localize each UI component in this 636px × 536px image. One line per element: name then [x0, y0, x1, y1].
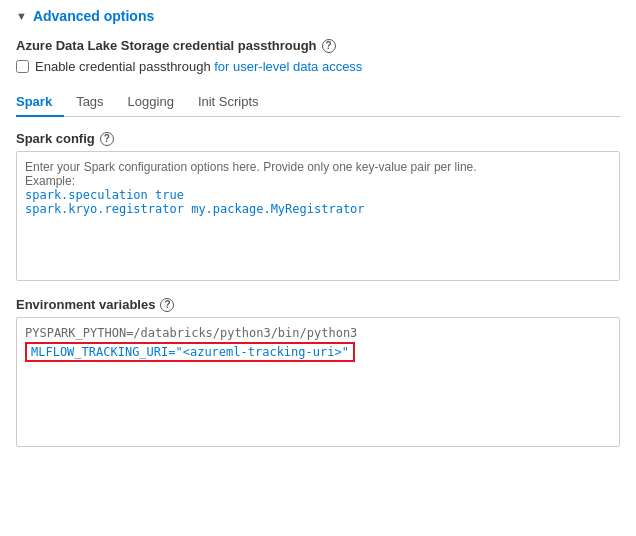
spark-config-wrapper: Enter your Spark configuration options h…	[16, 151, 620, 281]
spark-config-section: Spark config ? Enter your Spark configur…	[16, 131, 620, 281]
env-variables-label-text: Environment variables	[16, 297, 155, 312]
tab-spark[interactable]: Spark	[16, 88, 64, 117]
spark-config-code-line1: spark.speculation true	[25, 188, 611, 202]
env-line1: PYSPARK_PYTHON=/databricks/python3/bin/p…	[25, 326, 611, 340]
credential-label-text: Azure Data Lake Storage credential passt…	[16, 38, 317, 53]
spark-config-code-line2: spark.kryo.registrator my.package.MyRegi…	[25, 202, 611, 216]
tab-init-scripts[interactable]: Init Scripts	[186, 88, 271, 117]
chevron-down-icon: ▼	[16, 10, 27, 22]
env-variables-wrapper: PYSPARK_PYTHON=/databricks/python3/bin/p…	[16, 317, 620, 447]
env-variables-textarea[interactable]: PYSPARK_PYTHON=/databricks/python3/bin/p…	[16, 317, 620, 447]
section-title: Advanced options	[33, 8, 154, 24]
env-variables-help-icon[interactable]: ?	[160, 298, 174, 312]
spark-config-placeholder-line2: Example:	[25, 174, 611, 188]
credential-checkbox-label: Enable credential passthrough for user-l…	[35, 59, 362, 74]
advanced-options-header[interactable]: ▼ Advanced options	[16, 8, 620, 24]
credential-checkbox[interactable]	[16, 60, 29, 73]
env-line2-container: MLFLOW_TRACKING_URI="<azureml-tracking-u…	[25, 342, 355, 362]
spark-config-placeholder-line1: Enter your Spark configuration options h…	[25, 160, 611, 174]
spark-config-help-icon[interactable]: ?	[100, 132, 114, 146]
checkbox-label-prefix: Enable credential passthrough	[35, 59, 211, 74]
env-variables-label: Environment variables ?	[16, 297, 620, 312]
tabs-container: Spark Tags Logging Init Scripts	[16, 88, 620, 117]
spark-config-label-text: Spark config	[16, 131, 95, 146]
env-variables-section: Environment variables ? PYSPARK_PYTHON=/…	[16, 297, 620, 447]
env-line2: MLFLOW_TRACKING_URI="<azureml-tracking-u…	[31, 345, 349, 359]
tab-tags[interactable]: Tags	[64, 88, 115, 117]
spark-config-label: Spark config ?	[16, 131, 620, 146]
credential-passthrough-section: Azure Data Lake Storage credential passt…	[16, 38, 620, 74]
credential-label: Azure Data Lake Storage credential passt…	[16, 38, 620, 53]
tab-logging[interactable]: Logging	[116, 88, 186, 117]
credential-checkbox-row: Enable credential passthrough for user-l…	[16, 59, 620, 74]
credential-help-icon[interactable]: ?	[322, 39, 336, 53]
spark-config-textarea[interactable]: Enter your Spark configuration options h…	[16, 151, 620, 281]
checkbox-label-highlight: for user-level data access	[214, 59, 362, 74]
